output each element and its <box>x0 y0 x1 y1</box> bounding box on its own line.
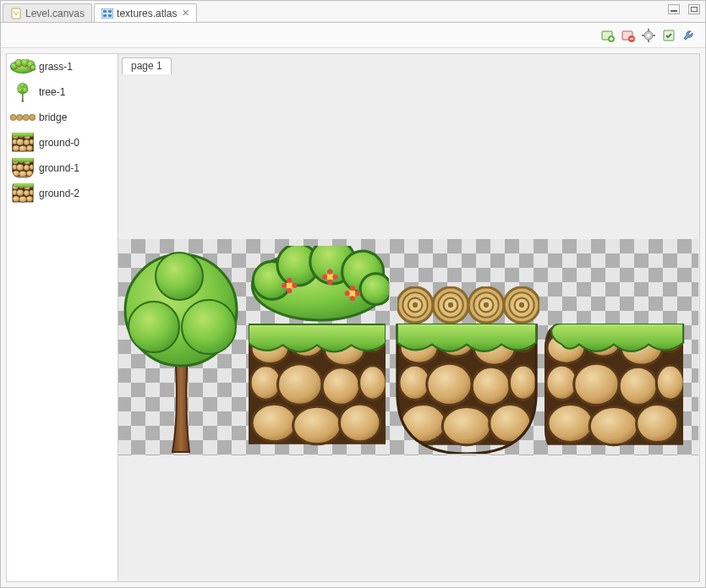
content-area: grass-1 tree-1 bridge ground-0 ground-1 … <box>6 53 700 582</box>
page-tabbar: page 1 <box>118 54 699 74</box>
thumb-ground2-icon <box>10 184 36 203</box>
thumb-ground1-icon <box>10 159 36 177</box>
svg-rect-45 <box>103 14 107 17</box>
tab-textures-atlas[interactable]: textures.atlas ✕ <box>94 3 197 22</box>
pack-wrench-button[interactable] <box>681 28 697 43</box>
sidebar-item-label: ground-2 <box>39 188 79 199</box>
thumb-bridge-icon <box>10 108 36 127</box>
tab-level-canvas[interactable]: Level.canvas <box>3 3 92 22</box>
close-icon[interactable]: ✕ <box>182 8 189 19</box>
sprite-list: grass-1 tree-1 bridge ground-0 ground-1 … <box>7 54 118 581</box>
sidebar-item-ground-1[interactable]: ground-1 <box>7 155 118 181</box>
maximize-button[interactable] <box>688 4 700 14</box>
canvas-file-icon <box>10 8 22 19</box>
svg-rect-41 <box>12 8 20 19</box>
add-image-button[interactable] <box>600 28 616 43</box>
sidebar-item-grass-1[interactable]: grass-1 <box>7 54 118 79</box>
svg-point-52 <box>647 34 650 37</box>
atlas-canvas[interactable] <box>118 74 699 581</box>
atlas-toolbar <box>1 23 705 48</box>
atlas-file-icon <box>101 8 113 19</box>
tab-label: Level.canvas <box>25 8 85 19</box>
sprite-bridge[interactable] <box>397 287 539 323</box>
sprite-ground-2[interactable] <box>545 324 684 445</box>
sprite-ground-0[interactable] <box>249 324 386 444</box>
window-controls <box>668 4 700 14</box>
atlas-stage <box>118 239 698 455</box>
sidebar-item-label: ground-1 <box>39 162 79 174</box>
svg-rect-42 <box>101 8 113 19</box>
thumb-tree-icon <box>10 83 36 101</box>
sidebar-item-label: tree-1 <box>39 86 65 98</box>
svg-rect-46 <box>108 14 112 17</box>
page-tab-1[interactable]: page 1 <box>122 57 172 74</box>
sidebar-item-ground-0[interactable]: ground-0 <box>7 130 118 155</box>
editor-tabbar: Level.canvas textures.atlas ✕ <box>1 1 705 23</box>
minimize-button[interactable] <box>668 4 680 14</box>
thumb-ground0-icon <box>10 133 36 152</box>
sprite-ground-1[interactable] <box>397 324 537 454</box>
build-button[interactable] <box>661 28 676 43</box>
svg-rect-43 <box>103 10 107 13</box>
atlas-sprites <box>118 239 698 455</box>
sidebar-item-label: grass-1 <box>39 61 73 73</box>
settings-button[interactable] <box>641 28 656 43</box>
tab-label: textures.atlas <box>117 8 177 19</box>
remove-image-button[interactable] <box>621 28 636 43</box>
thumb-grass-icon <box>10 57 36 76</box>
sidebar-item-label: ground-0 <box>39 137 79 149</box>
editor-window: Level.canvas textures.atlas ✕ <box>0 0 706 588</box>
sprite-tree[interactable] <box>125 253 237 452</box>
svg-rect-44 <box>108 10 112 13</box>
atlas-main: page 1 <box>118 54 699 581</box>
sidebar-item-tree-1[interactable]: tree-1 <box>7 79 118 105</box>
page-tab-label: page 1 <box>131 60 162 72</box>
sprite-grass[interactable] <box>252 239 391 320</box>
sidebar-item-bridge[interactable]: bridge <box>7 105 118 130</box>
sidebar-item-ground-2[interactable]: ground-2 <box>7 181 118 206</box>
sidebar-item-label: bridge <box>39 112 67 123</box>
